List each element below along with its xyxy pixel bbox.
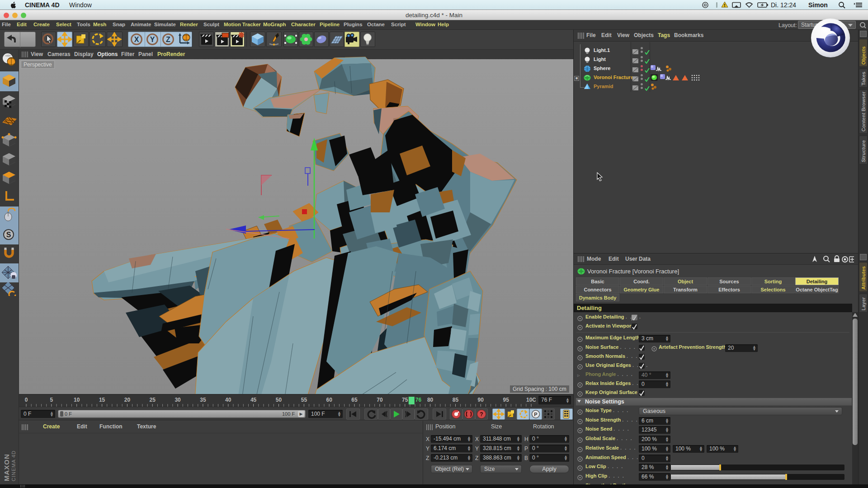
svg-text:80: 80: [427, 397, 434, 403]
svg-text:20: 20: [124, 397, 131, 403]
svg-text:60: 60: [326, 397, 333, 403]
svg-text:Y: Y: [150, 36, 155, 43]
svg-text:35: 35: [200, 397, 206, 403]
svg-text:P: P: [534, 412, 537, 417]
svg-text:S: S: [6, 231, 11, 239]
svg-text:65: 65: [351, 397, 358, 403]
svg-text:10: 10: [74, 397, 80, 403]
svg-text:0: 0: [25, 397, 28, 403]
svg-text:95: 95: [503, 397, 509, 403]
svg-text:25: 25: [150, 397, 156, 403]
svg-text:75: 75: [402, 397, 408, 403]
svg-text:15: 15: [99, 397, 105, 403]
svg-text:50: 50: [276, 397, 282, 403]
svg-text:5: 5: [50, 397, 53, 403]
svg-text:X: X: [134, 36, 139, 43]
svg-text:45: 45: [250, 397, 257, 403]
svg-text:Z: Z: [166, 36, 170, 43]
svg-text:70: 70: [377, 397, 383, 403]
svg-text:55: 55: [301, 397, 307, 403]
svg-text:90: 90: [478, 397, 484, 403]
svg-text:40: 40: [225, 397, 231, 403]
svg-text:?: ?: [480, 411, 483, 418]
svg-text:30: 30: [175, 397, 181, 403]
svg-text:76: 76: [415, 397, 422, 403]
svg-text:10C: 10C: [526, 397, 536, 403]
svg-text:85: 85: [453, 397, 459, 403]
